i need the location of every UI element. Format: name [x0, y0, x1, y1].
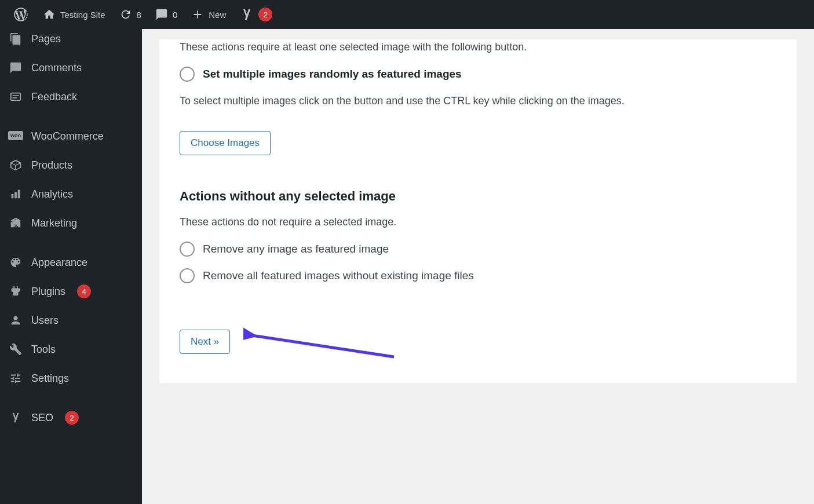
- wordpress-icon: [13, 6, 29, 23]
- new-content-menu[interactable]: New: [184, 0, 233, 29]
- comment-icon: [155, 8, 168, 21]
- site-name-label: Testing Site: [60, 10, 105, 20]
- new-label: New: [209, 10, 226, 20]
- site-name-menu[interactable]: Testing Site: [36, 0, 112, 29]
- comment-count: 0: [173, 10, 177, 20]
- refresh-icon: [119, 8, 132, 21]
- yoast-badge: 2: [258, 8, 272, 21]
- wp-logo-menu[interactable]: [6, 0, 36, 29]
- update-count: 8: [137, 10, 141, 20]
- updates-menu[interactable]: 8: [112, 0, 148, 29]
- plus-icon: [191, 8, 204, 21]
- yoast-menu[interactable]: 2: [233, 0, 279, 29]
- comments-menu[interactable]: 0: [148, 0, 184, 29]
- home-icon: [43, 8, 56, 21]
- yoast-icon: [240, 8, 254, 21]
- admin-bar: Testing Site 8 0 New 2: [0, 0, 814, 29]
